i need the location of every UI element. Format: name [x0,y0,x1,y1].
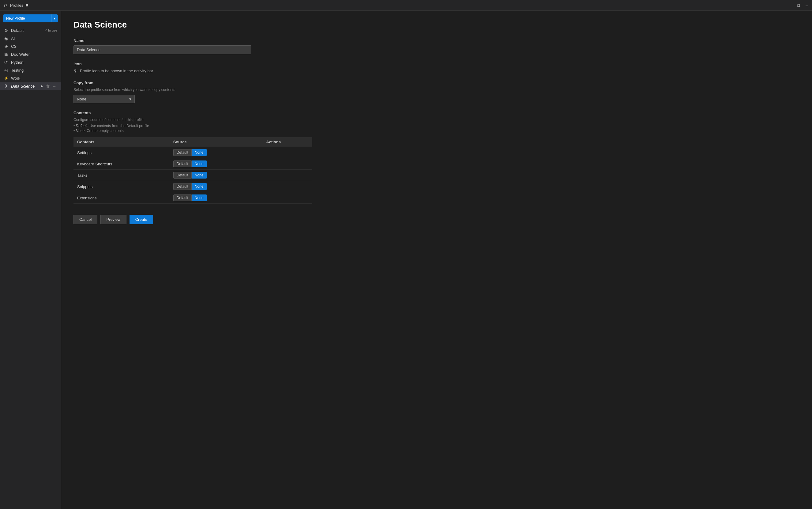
in-use-badge: ✓ In use [44,29,57,32]
sidebar-item-testing[interactable]: ◎ Testing [0,66,61,74]
copy-from-section: Copy from Select the profile source from… [73,80,800,103]
table-header-row: Contents Source Actions [73,137,312,147]
sidebar-item-label-doc-writer: Doc Writer [11,52,57,57]
profiles-icon: ⇄ [4,2,8,8]
col-contents: Contents [73,137,170,147]
sidebar-item-data-science[interactable]: 🎙 Data Science 🗑 ··· [0,82,61,90]
source-default-button[interactable]: Default [173,161,192,167]
row-actions [262,147,312,158]
icon-hint-row: 🎙 Profile icon to be shown in the activi… [73,69,800,73]
source-button-group: DefaultNone [173,183,259,190]
data-science-icon: 🎙 [4,84,8,89]
preview-button[interactable]: Preview [100,215,126,224]
source-none-button[interactable]: None [192,195,207,201]
sidebar-item-label-cs: CS [11,44,57,49]
row-source: DefaultNone [170,170,263,181]
contents-section: Contents Configure source of contents fo… [73,110,800,204]
icon-hint-text: Profile icon to be shown in the activity… [80,69,153,73]
row-actions [262,158,312,170]
testing-icon: ◎ [4,68,8,73]
unsaved-dot [41,86,42,87]
name-section: Name [73,38,800,54]
sidebar-item-python[interactable]: ⟳ Python [0,59,61,66]
cs-icon: ◈ [4,44,8,49]
row-actions [262,192,312,204]
bullet-default-term: Default: [76,124,89,128]
python-icon: ⟳ [4,60,8,65]
source-none-button[interactable]: None [192,183,207,190]
row-actions [262,181,312,192]
copy-from-value: None [77,97,86,101]
titlebar-left: ⇄ Profiles [4,2,28,8]
page-title: Data Science [73,20,800,30]
row-source: DefaultNone [170,192,263,204]
row-label: Keyboard Shortcuts [73,158,170,170]
row-source: DefaultNone [170,158,263,170]
layout-icon[interactable]: ⧉ [797,2,800,8]
table-row: TasksDefaultNone [73,170,312,181]
titlebar-right: ⧉ ··· [797,2,808,8]
name-label: Name [73,38,800,43]
source-none-button[interactable]: None [192,149,207,156]
sidebar-item-label-python: Python [11,60,57,65]
icon-section: Icon 🎙 Profile icon to be shown in the a… [73,62,800,73]
sidebar-item-ai[interactable]: ◉ AI [0,35,61,42]
microphone-icon: 🎙 [73,69,77,73]
source-default-button[interactable]: Default [173,172,192,178]
bullet-none: None: Create empty contents [73,129,800,133]
contents-bullets: Default: Use contents from the Default p… [73,124,800,133]
sidebar-item-cs[interactable]: ◈ CS [0,42,61,50]
sidebar-item-default[interactable]: ⚙ Default ✓ In use [0,27,61,34]
bottom-actions: Cancel Preview Create [73,215,800,230]
row-source: DefaultNone [170,181,263,192]
row-actions [262,170,312,181]
sidebar-item-label-testing: Testing [11,68,57,73]
bullet-none-term: None: [76,129,86,133]
table-row: SnippetsDefaultNone [73,181,312,192]
source-none-button[interactable]: None [192,172,207,178]
source-none-button[interactable]: None [192,161,207,167]
col-source: Source [170,137,263,147]
name-input[interactable] [73,45,251,54]
sidebar-item-doc-writer[interactable]: ▦ Doc Writer [0,50,61,58]
source-default-button[interactable]: Default [173,183,192,190]
source-button-group: DefaultNone [173,149,259,156]
source-button-group: DefaultNone [173,161,259,167]
delete-profile-button[interactable]: 🗑 [45,83,51,89]
default-icon: ⚙ [4,28,8,33]
row-label: Extensions [73,192,170,204]
icon-label: Icon [73,62,800,66]
table-row: ExtensionsDefaultNone [73,192,312,204]
create-button[interactable]: Create [130,215,153,224]
main-layout: New Profile ▾ ⚙ Default ✓ In use ◉ AI ◈ … [0,11,812,509]
source-button-group: DefaultNone [173,172,259,178]
copy-from-label: Copy from [73,80,800,85]
copy-from-select[interactable]: None ▾ [73,95,135,103]
source-default-button[interactable]: Default [173,149,192,156]
contents-desc: Configure source of contents for this pr… [73,117,800,122]
more-icon[interactable]: ··· [804,3,808,8]
row-label: Settings [73,147,170,158]
titlebar: ⇄ Profiles ⧉ ··· [0,0,812,11]
bullet-default: Default: Use contents from the Default p… [73,124,800,128]
copy-from-desc: Select the profile source from which you… [73,88,800,92]
sidebar-item-label-default: Default [11,28,42,33]
table-row: Keyboard ShortcutsDefaultNone [73,158,312,170]
bullet-default-desc: Use contents from the Default profile [90,124,149,128]
titlebar-dot [26,4,28,6]
new-profile-button[interactable]: New Profile [3,14,51,22]
contents-label: Contents [73,110,800,115]
work-icon: ⚡ [4,76,8,80]
cancel-button[interactable]: Cancel [73,215,97,224]
new-profile-dropdown-button[interactable]: ▾ [51,14,58,22]
col-actions: Actions [262,137,312,147]
sidebar-item-label-work: Work [11,76,57,80]
more-profile-button[interactable]: ··· [52,83,57,89]
doc-writer-icon: ▦ [4,52,8,57]
sidebar-item-label-data-science: Data Science [11,84,37,89]
row-label: Tasks [73,170,170,181]
row-source: DefaultNone [170,147,263,158]
sidebar-item-work[interactable]: ⚡ Work [0,74,61,82]
source-default-button[interactable]: Default [173,195,192,201]
content-area: Data Science Name Icon 🎙 Profile icon to… [61,11,812,509]
